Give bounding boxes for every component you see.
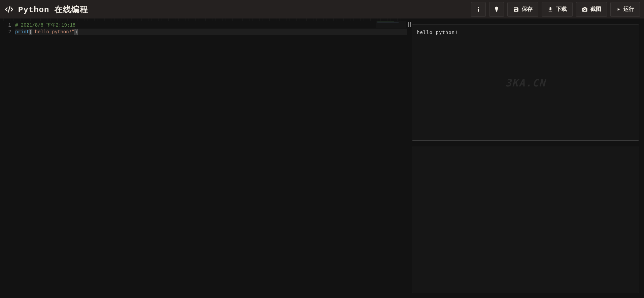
keyword-token: print xyxy=(15,29,29,35)
download-button[interactable]: 下载 xyxy=(542,2,573,17)
save-button[interactable]: 保存 xyxy=(507,2,538,17)
header-right: 保存 下载 截图 运行 xyxy=(471,2,640,17)
camera-icon xyxy=(582,6,588,12)
output-panel[interactable]: hello python! 3KA.CN xyxy=(412,25,639,141)
save-label: 保存 xyxy=(522,6,533,13)
divider-handle-icon xyxy=(407,21,412,28)
svg-line-0 xyxy=(8,6,10,12)
secondary-panel[interactable] xyxy=(412,147,639,293)
screenshot-button[interactable]: 截图 xyxy=(576,2,607,17)
line-number: 1 xyxy=(0,22,11,29)
watermark-text: 3KA.CN xyxy=(505,77,546,88)
app-title: Python 在线编程 xyxy=(18,4,88,15)
right-pane: hello python! 3KA.CN xyxy=(412,18,644,298)
output-text: hello python! xyxy=(417,30,634,35)
svg-rect-2 xyxy=(478,9,479,11)
line-number: 2 xyxy=(0,29,11,35)
main-area: 1 2 # 2021/8/8 下午2:19:18 print("hello py… xyxy=(0,18,644,298)
code-logo-icon xyxy=(4,4,14,14)
line-gutter: 1 2 xyxy=(0,22,15,35)
info-button[interactable] xyxy=(471,2,486,17)
play-icon xyxy=(616,7,621,12)
header-left: Python 在线编程 xyxy=(4,4,88,15)
lightbulb-icon xyxy=(493,6,500,13)
run-label: 运行 xyxy=(623,6,634,13)
download-label: 下载 xyxy=(556,6,567,13)
string-token: "hello python!" xyxy=(32,29,74,35)
editor-pane[interactable]: 1 2 # 2021/8/8 下午2:19:18 print("hello py… xyxy=(0,18,407,298)
pane-divider[interactable] xyxy=(407,18,412,298)
comment-text: # 2021/8/8 下午2:19:18 xyxy=(15,23,75,28)
screenshot-label: 截图 xyxy=(590,6,601,13)
text-cursor xyxy=(77,29,78,35)
code-lines[interactable]: # 2021/8/8 下午2:19:18 print("hello python… xyxy=(15,22,407,35)
header-bar: Python 在线编程 保存 下载 xyxy=(0,0,644,18)
svg-point-1 xyxy=(478,7,479,8)
code-line[interactable]: print("hello python!") xyxy=(15,29,407,35)
save-icon xyxy=(513,6,519,12)
svg-rect-4 xyxy=(410,22,411,27)
minimap[interactable] xyxy=(376,21,406,28)
download-icon xyxy=(547,6,553,12)
code-line[interactable]: # 2021/8/8 下午2:19:18 xyxy=(15,22,407,29)
run-button[interactable]: 运行 xyxy=(610,2,640,17)
info-icon xyxy=(475,6,482,13)
paren-token: ) xyxy=(74,29,77,35)
svg-rect-3 xyxy=(408,22,409,27)
editor-ruler xyxy=(0,18,407,21)
hint-button[interactable] xyxy=(489,2,504,17)
